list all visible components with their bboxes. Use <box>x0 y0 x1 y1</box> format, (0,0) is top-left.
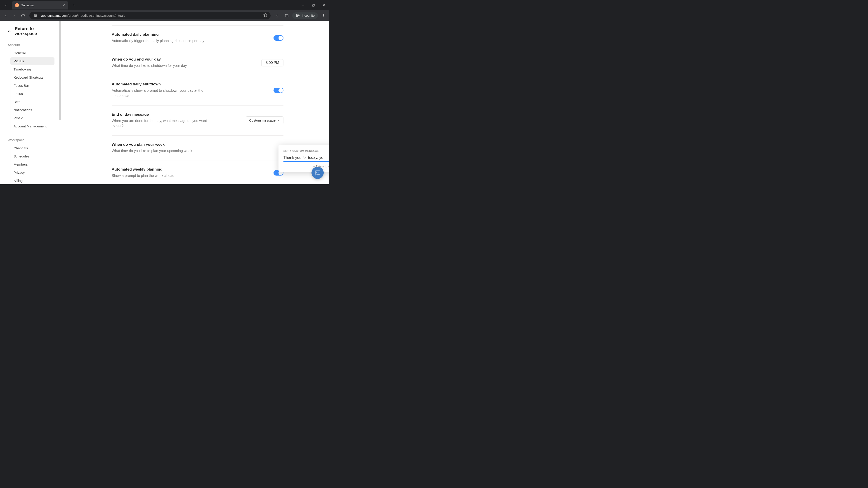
setting-subtitle: What time do you like to shutdown for yo… <box>112 63 209 68</box>
svg-point-7 <box>35 14 35 15</box>
setting-subtitle: Automatically trigger the daily planning… <box>112 38 209 43</box>
select-value: Custom message <box>249 119 276 122</box>
setting-row-plan-week-time: When do you plan your week What time do … <box>112 135 283 160</box>
forward-icon[interactable] <box>10 12 18 20</box>
chevron-down-icon <box>277 119 280 122</box>
toggle-automated-daily-shutdown[interactable] <box>274 88 283 93</box>
sidebar-item-schedules[interactable]: Schedules <box>10 153 55 160</box>
nav-list-workspace: Channels Schedules Members Privacy Billi… <box>10 144 62 184</box>
setting-title: Automated weekly planning <box>112 167 268 172</box>
return-label: Return to workspace <box>15 26 55 36</box>
section-label-workspace: Workspace <box>0 136 62 144</box>
svg-point-15 <box>297 16 298 17</box>
sidebar-item-rituals[interactable]: Rituals <box>10 57 55 65</box>
setting-row-end-of-day-message: End of day message When you are done for… <box>112 105 283 135</box>
app-root: Return to workspace Account General Ritu… <box>0 21 329 184</box>
side-panel-icon[interactable] <box>283 12 290 20</box>
section-label-account: Account <box>0 41 62 48</box>
sidebar-item-privacy[interactable]: Privacy <box>10 169 55 176</box>
sidebar-item-billing[interactable]: Billing <box>10 177 55 184</box>
end-of-day-message-select[interactable]: Custom message <box>246 116 283 124</box>
browser-tab[interactable]: Sunsama ✕ <box>12 1 68 9</box>
maximize-icon[interactable] <box>308 0 319 10</box>
new-tab-button[interactable]: + <box>70 2 77 8</box>
setting-title: When do you end your day <box>112 57 256 62</box>
sidebar-item-account-management[interactable]: Account Management <box>10 123 55 130</box>
nav-list-account: General Rituals Timeboxing Keyboard Shor… <box>10 49 62 130</box>
reload-icon[interactable] <box>19 12 27 20</box>
close-tab-icon[interactable]: ✕ <box>62 3 65 7</box>
setting-subtitle: Automatically show a prompt to shutdown … <box>112 88 209 98</box>
svg-marker-10 <box>264 13 267 17</box>
sidebar-item-focus-bar[interactable]: Focus Bar <box>10 82 55 89</box>
setting-row-automated-weekly-planning: Automated weekly planning Show a prompt … <box>112 160 283 184</box>
downloads-icon[interactable] <box>273 12 281 20</box>
svg-point-16 <box>298 16 299 17</box>
incognito-icon <box>296 14 300 18</box>
svg-point-8 <box>36 15 36 16</box>
minimize-icon[interactable] <box>298 0 308 10</box>
return-to-workspace[interactable]: Return to workspace <box>0 26 62 41</box>
sidebar-item-profile[interactable]: Profile <box>10 114 55 122</box>
sunsama-favicon <box>15 3 19 7</box>
custom-message-input[interactable] <box>283 156 329 162</box>
intercom-chat-button[interactable] <box>311 167 324 179</box>
setting-subtitle: Show a prompt to plan the week ahead <box>112 173 209 178</box>
sidebar-item-channels[interactable]: Channels <box>10 144 55 152</box>
close-window-icon[interactable] <box>319 0 329 10</box>
arrow-left-icon <box>8 29 11 33</box>
svg-point-20 <box>323 17 324 18</box>
sidebar-item-members[interactable]: Members <box>10 161 55 168</box>
back-icon[interactable] <box>2 12 9 20</box>
browser-titlebar: Sunsama ✕ + <box>0 0 329 10</box>
sidebar-scrollbar[interactable] <box>59 21 61 184</box>
setting-title: End of day message <box>112 112 240 117</box>
sidebar-item-notifications[interactable]: Notifications <box>10 106 55 113</box>
window-controls <box>298 0 329 10</box>
end-day-time-picker[interactable]: 5:00 PM <box>261 59 283 66</box>
popover-hint: Return to save <box>283 165 329 168</box>
sidebar-item-general[interactable]: General <box>10 49 55 57</box>
svg-point-19 <box>323 15 324 16</box>
chat-icon <box>315 170 320 176</box>
toggle-automated-daily-planning[interactable] <box>274 35 283 41</box>
address-bar[interactable]: app.sunsama.com/group/moodjoy/settings/a… <box>29 12 271 20</box>
settings-sidebar: Return to workspace Account General Ritu… <box>0 21 62 184</box>
content-scrollbar[interactable] <box>327 21 329 184</box>
custom-message-popover: SET A CUSTOM MESSAGE Return to save <box>278 144 329 172</box>
setting-row-automated-daily-shutdown: Automated daily shutdown Automatically s… <box>112 75 283 105</box>
setting-subtitle: When you are done for the day, what mess… <box>112 118 209 129</box>
site-settings-icon[interactable] <box>33 13 38 19</box>
setting-row-end-day-time: When do you end your day What time do yo… <box>112 51 283 75</box>
sidebar-item-timeboxing[interactable]: Timeboxing <box>10 66 55 73</box>
svg-point-9 <box>35 16 35 17</box>
setting-title: When do you plan your week <box>112 142 283 147</box>
sidebar-item-focus[interactable]: Focus <box>10 90 55 97</box>
bookmark-icon[interactable] <box>264 13 268 18</box>
sidebar-item-beta[interactable]: Beta <box>10 98 55 105</box>
svg-point-18 <box>323 14 324 15</box>
incognito-badge[interactable]: Incognito <box>292 12 318 19</box>
tab-title: Sunsama <box>21 4 60 7</box>
popover-heading: SET A CUSTOM MESSAGE <box>283 150 329 152</box>
sidebar-item-keyboard-shortcuts[interactable]: Keyboard Shortcuts <box>10 74 55 81</box>
setting-subtitle: What time do you like to plan your upcom… <box>112 148 209 153</box>
incognito-label: Incognito <box>302 14 315 18</box>
url-text: app.sunsama.com/group/moodjoy/settings/a… <box>41 14 260 18</box>
setting-title: Automated daily planning <box>112 32 268 37</box>
svg-rect-12 <box>285 14 288 17</box>
settings-content: Automated daily planning Automatically t… <box>62 21 329 184</box>
svg-rect-1 <box>312 4 314 6</box>
tab-search-dropdown[interactable] <box>1 1 10 9</box>
chrome-menu-icon[interactable] <box>320 12 327 20</box>
setting-row-automated-daily-planning: Automated daily planning Automatically t… <box>112 25 283 51</box>
setting-title: Automated daily shutdown <box>112 82 268 87</box>
browser-toolbar: app.sunsama.com/group/moodjoy/settings/a… <box>0 10 329 21</box>
